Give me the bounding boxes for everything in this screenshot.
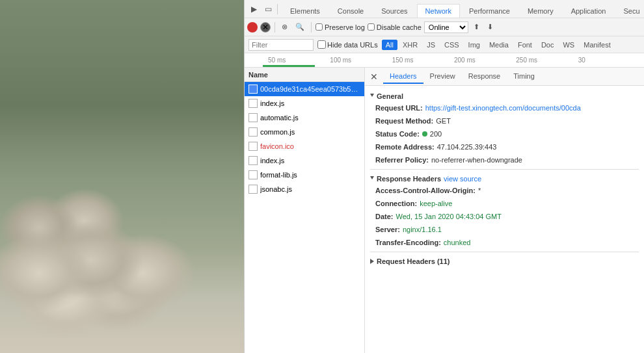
file-icon-favicon [248,142,258,151]
filter-img[interactable]: Img [464,40,484,50]
server-row: Server: nginx/1.16.1 [370,223,639,236]
details-tab-preview[interactable]: Preview [423,70,462,84]
file-icon-1 [248,113,258,122]
page-image [0,0,244,353]
filter-media[interactable]: Media [485,40,513,50]
transfer-encoding-row: Transfer-Encoding: chunked [370,236,639,249]
connection-val: keep-alive [420,198,452,209]
transfer-encoding-key: Transfer-Encoding: [375,237,441,248]
remote-address-val: 47.104.225.39:443 [437,142,497,152]
filter-doc[interactable]: Doc [537,40,558,50]
details-tab-headers[interactable]: Headers [383,70,423,84]
response-headers-section-header[interactable]: Response Headers view source [370,172,639,184]
close-details-button[interactable]: ✕ [368,72,381,82]
general-title: General [377,92,403,100]
server-val: nginx/1.16.1 [403,224,442,235]
file-name-3: index.js [260,157,284,164]
disable-cache-checkbox[interactable] [368,23,375,31]
details-tab-response[interactable]: Response [462,70,507,84]
tab-memory[interactable]: Memory [519,4,562,18]
filter-font[interactable]: Font [514,40,536,50]
acao-key: Access-Control-Allow-Origin: [375,185,476,196]
tl-250ms: 250 ms [516,57,578,64]
import-icon[interactable]: ⬆ [471,21,482,33]
export-icon[interactable]: ⬇ [485,21,496,33]
request-method-val: GET [436,116,451,126]
file-item-selected[interactable]: 00cda9de31ca45eea0573b5a8... [245,82,364,96]
details-content: General Request URL: https://gift-test.x… [365,86,644,272]
general-triangle [370,94,374,99]
file-item-5[interactable]: jsonabc.js [245,182,364,196]
filter-css[interactable]: CSS [440,40,463,50]
request-url-val: https://gift-test.xinongtech.com/documen… [425,103,581,113]
file-icon-5 [248,185,258,194]
tab-network[interactable]: Network [417,4,460,18]
disable-cache-label[interactable]: Disable cache [368,23,422,31]
request-headers-section-header[interactable]: Request Headers (11) [370,255,639,268]
filter-ws[interactable]: WS [559,40,578,50]
request-headers-title: Request Headers (11) [377,257,450,265]
tab-sources[interactable]: Sources [373,4,416,18]
file-icon-4 [248,170,258,179]
date-row: Date: Wed, 15 Jan 2020 04:43:04 GMT [370,210,639,223]
preserve-log-checkbox[interactable] [315,23,323,31]
tab-security[interactable]: Secu [615,4,641,18]
main-content: Name 00cda9de31ca45eea0573b5a8... index.… [245,68,644,353]
tl-200ms: 200 ms [454,57,516,64]
file-item-0[interactable]: index.js [245,96,364,111]
device-icon[interactable]: ▭ [262,3,275,16]
file-icon-image [248,85,258,94]
throttle-select[interactable]: Online Fast 3G Slow 3G Offline [424,21,468,33]
status-code-row: Status Code: 200 [370,127,639,140]
bag-visual [0,0,244,353]
date-val: Wed, 15 Jan 2020 04:43:04 GMT [396,211,502,222]
file-item-4[interactable]: format-lib.js [245,168,364,182]
file-name-5: jsonabc.js [260,185,292,193]
search-icon[interactable]: 🔍 [293,21,307,33]
acao-val: * [478,185,481,196]
file-name-1: automatic.js [260,114,299,122]
filter-xhr[interactable]: XHR [399,40,422,50]
filter-icon[interactable]: ⊗ [279,21,290,33]
filter-all[interactable]: All [382,40,397,50]
response-headers-triangle [370,176,374,181]
hide-data-urls-checkbox[interactable] [317,40,326,49]
file-item-2[interactable]: common.js [245,125,364,139]
filter-manifest[interactable]: Manifest [580,40,615,50]
filter-bar: Hide data URLs All XHR JS CSS Img Media … [245,36,644,53]
inspect-icon[interactable]: ▶ [247,3,260,16]
file-icon-3 [248,156,258,165]
filter-js[interactable]: JS [423,40,439,50]
file-name-4: format-lib.js [260,171,297,179]
name-column-header: Name [248,71,268,79]
referrer-policy-val: no-referrer-when-downgrade [431,155,522,165]
timeline-labels: 50 ms 100 ms 150 ms 200 ms 250 ms 30 [245,57,644,64]
tab-application[interactable]: Application [563,4,615,18]
timeline-bar-green [263,65,315,67]
file-item-3[interactable]: index.js [245,153,364,168]
preserve-log-text: Preserve log [325,23,365,31]
tab-elements[interactable]: Elements [282,4,329,18]
tl-30: 30 [578,57,640,64]
file-icon-0 [248,99,258,108]
file-item-favicon[interactable]: favicon.ico [245,139,364,153]
file-name-favicon: favicon.ico [260,142,294,150]
tab-performance[interactable]: Performance [461,4,518,18]
filter-input[interactable] [248,39,314,51]
view-source-link[interactable]: view source [444,175,481,183]
preserve-log-label[interactable]: Preserve log [315,23,365,31]
stop-button[interactable]: ✕ [260,22,271,33]
request-method-key: Request Method: [375,116,433,126]
hide-data-urls-label[interactable]: Hide data URLs [317,40,378,49]
general-section-header[interactable]: General [370,90,639,101]
tab-console[interactable]: Console [329,4,372,18]
tl-50ms: 50 ms [268,57,330,64]
details-tab-timing[interactable]: Timing [507,70,541,84]
sep2 [311,22,312,33]
record-button[interactable] [247,22,258,33]
file-item-1[interactable]: automatic.js [245,111,364,125]
section-divider-2 [370,252,639,252]
file-name-0: index.js [260,99,284,107]
hide-data-urls-text: Hide data URLs [327,41,378,49]
section-divider-1 [370,169,639,170]
